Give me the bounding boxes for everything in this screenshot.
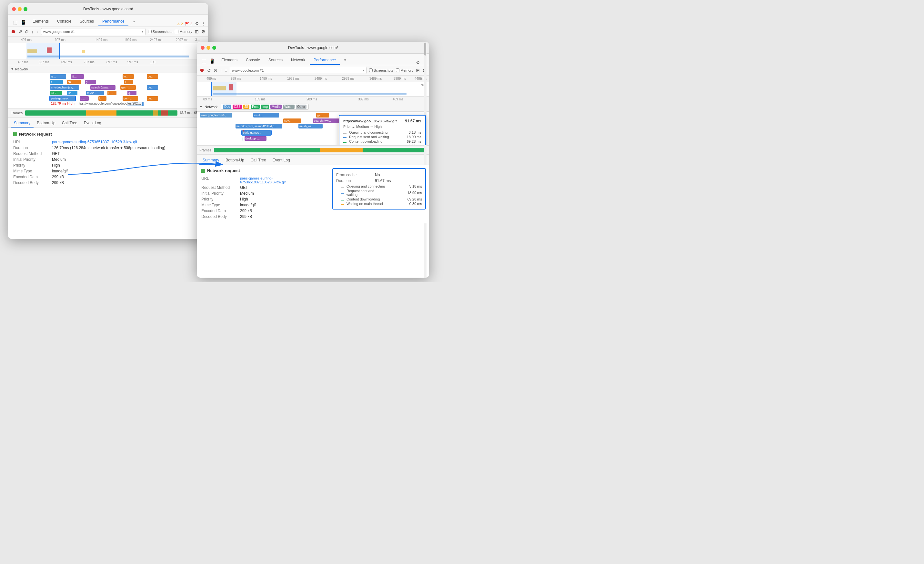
net-req-l[interactable]: l... [124, 80, 133, 84]
tab-eventlog-1[interactable]: Event Log [81, 119, 105, 128]
tab-elements-1[interactable]: Elements [29, 17, 52, 26]
badge-doc[interactable]: Doc [223, 105, 231, 109]
net-req-l2[interactable]: l... [98, 96, 106, 101]
minimize-button-1[interactable] [18, 7, 22, 11]
reload-icon-2[interactable]: ↺ [207, 68, 211, 73]
download-icon-1[interactable]: ↓ [36, 29, 38, 34]
record-icon-2[interactable]: ⏺ [200, 68, 204, 73]
inspect-icon-2[interactable]: ⬚ [201, 57, 207, 65]
download-icon-2[interactable]: ↓ [225, 68, 227, 73]
net-req-gen1[interactable]: gen_... [120, 85, 136, 90]
close-button-1[interactable] [12, 7, 16, 11]
tab-network-2[interactable]: Network [287, 56, 309, 65]
net-req-ge2[interactable]: ge... [147, 85, 158, 90]
minimize-button-2[interactable] [207, 46, 210, 50]
nav-tabs-1: ⬚ 📱 Elements Console Sources Performance… [8, 15, 208, 27]
close-button-2[interactable] [201, 46, 204, 50]
tab-more-1[interactable]: » [129, 17, 139, 26]
w2-req-paris[interactable]: paris-games-... [242, 131, 271, 135]
net-req-search[interactable]: search (www... [90, 85, 116, 90]
tab-sources-1[interactable]: Sources [76, 17, 98, 26]
inspect-icon-1[interactable]: ⬚ [12, 18, 19, 26]
tab-summary-1[interactable]: Summary [10, 119, 33, 128]
tab-bottomup-2[interactable]: Bottom-Up [222, 156, 247, 165]
network-icon-2[interactable]: ⊞ [416, 68, 420, 73]
tab-elements-2[interactable]: Elements [218, 56, 242, 65]
tab-summary-2[interactable]: Summary [200, 156, 222, 165]
net-req-g1[interactable]: G... [71, 74, 84, 79]
w2-req-rs[interactable]: rs=A... [253, 113, 279, 117]
net-req-ge3[interactable]: ge... [147, 96, 158, 101]
screenshots-checkbox-2[interactable]: Screenshots [369, 68, 393, 72]
w2-req-desktop[interactable]: desktop_... [244, 136, 267, 141]
net-req-g3[interactable]: g... [80, 96, 89, 101]
clear-icon-2[interactable]: ⊘ [214, 68, 218, 73]
net-req-mcdos[interactable]: m=cdos,hsm,jsa,... [50, 85, 79, 90]
device-icon-2[interactable]: 📱 [208, 57, 216, 65]
maximize-button-1[interactable] [24, 7, 27, 11]
timing-row-waiting: Waiting on main thread 0.30 ms [343, 144, 422, 146]
upload-icon-1[interactable]: ↑ [31, 29, 33, 34]
net-req-rs[interactable]: rs... [50, 74, 66, 79]
w2-req-ge[interactable]: ge... [316, 113, 329, 117]
tab-calltree-2[interactable]: Call Tree [248, 156, 269, 165]
more-icon-1[interactable]: ⋮ [201, 21, 206, 26]
net-req-r[interactable]: r... [50, 80, 63, 84]
net-req-cr[interactable]: Cr... [67, 91, 77, 95]
tab-bottomup-1[interactable]: Bottom-Up [33, 119, 58, 128]
net-req-g2[interactable]: g... [85, 80, 96, 84]
device-icon-1[interactable]: 📱 [20, 18, 27, 26]
reload-icon-1[interactable]: ↺ [18, 29, 22, 34]
tab-performance-1[interactable]: Performance [98, 17, 128, 26]
badge-img[interactable]: Img [261, 105, 269, 109]
url-bar-2[interactable]: www.google.com #1 ▾ [230, 67, 366, 74]
record-icon-1[interactable]: ⏺ [10, 29, 16, 35]
w2-req-cb[interactable]: cb=... [283, 119, 301, 123]
tab-console-2[interactable]: Console [242, 56, 264, 65]
badge-css[interactable]: CSS [232, 105, 242, 109]
timeline-selection-1[interactable] [26, 43, 60, 59]
tab-calltree-1[interactable]: Call Tree [59, 119, 81, 128]
tab-performance-2[interactable]: Performance [310, 56, 340, 65]
triangle-down-icon-2[interactable]: ▼ [200, 105, 202, 108]
net-req-msb[interactable]: m=sb... [86, 91, 104, 95]
tab-eventlog-2[interactable]: Event Log [269, 156, 293, 165]
settings-icon-2[interactable]: ⚙ [416, 60, 420, 65]
badge-js[interactable]: JS [243, 105, 250, 109]
w2-req-mcdos[interactable]: m=cdos,hsm,jsa,mb4ZUb,d,c... [236, 124, 282, 128]
url-bar-1[interactable]: www.google.com #1 ▾ [41, 28, 146, 35]
settings-icon-1[interactable]: ⚙ [195, 21, 199, 26]
scrollbar-2[interactable] [424, 42, 426, 278]
net-req-cb[interactable]: cb... [67, 80, 81, 84]
net-req-gen2[interactable]: gen_... [123, 96, 138, 101]
timeline-selection-2[interactable] [212, 82, 237, 96]
screenshots-checkbox-1[interactable]: Screenshots [148, 30, 172, 33]
memory-checkbox-2[interactable]: Memory [396, 68, 413, 72]
tab-more-2[interactable]: » [340, 56, 350, 65]
upload-icon-2[interactable]: ↑ [220, 68, 222, 73]
badge-font[interactable]: Font [250, 105, 260, 109]
w2-url-link[interactable]: paris-games-surfing-6753651837110528.3-l… [240, 176, 285, 184]
maximize-button-2[interactable] [212, 46, 216, 50]
tab-sources-2[interactable]: Sources [264, 56, 286, 65]
window-title-2: DevTools - www.google.com/ [288, 45, 338, 50]
tab-console-1[interactable]: Console [53, 17, 75, 26]
triangle-down-icon[interactable]: ▼ [10, 67, 14, 71]
url-link-1[interactable]: paris-games-surfing-6753651837110528.3-l… [52, 140, 137, 144]
net-req-af2[interactable]: AF2... [50, 91, 62, 95]
badge-wasm[interactable]: Wasm [283, 105, 294, 109]
net-req-r2[interactable]: R... [107, 91, 117, 95]
clear-icon-1[interactable]: ⊘ [25, 29, 29, 34]
settings2-icon-1[interactable]: ⚙ [201, 29, 206, 34]
net-req-lo[interactable]: lo... [123, 74, 134, 79]
badge-media[interactable]: Media [270, 105, 282, 109]
w2-req-search[interactable]: search (ww... [313, 119, 340, 123]
net-req-ge[interactable]: ge... [147, 74, 158, 79]
memory-checkbox-1[interactable]: Memory [175, 30, 192, 33]
badge-other[interactable]: Other [296, 105, 306, 109]
net-req-paris[interactable]: paris-games-... [50, 96, 75, 101]
net-req-g4[interactable]: g... [128, 91, 136, 95]
w2-req-google[interactable]: www.google.com/ (… [200, 113, 232, 117]
gear-icon-1[interactable]: ⊞ [195, 29, 199, 34]
w2-req-msb[interactable]: m=sb_wi... [298, 124, 322, 128]
